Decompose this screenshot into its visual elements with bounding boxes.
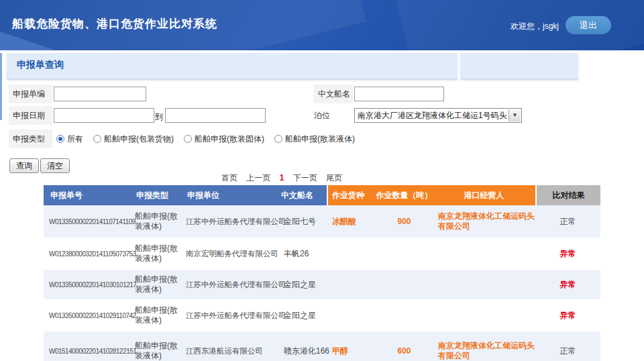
declaration-type-cell: 船舶申报(散装液体) <box>135 211 180 231</box>
date-label: 申报日期 <box>9 106 52 125</box>
pager-current-page: 1 <box>280 173 284 183</box>
radio-label: 船舶申报(散装固体) <box>195 134 264 145</box>
quantity-cell: 900 <box>397 217 411 227</box>
radio-type-packaged-goods[interactable]: 船舶申报(包装货物) <box>93 134 174 145</box>
col-cargo-type: 作业货种 <box>327 185 376 205</box>
result-cell: 异常 <box>560 249 576 259</box>
declaration-no-cell: W013350000220141030101217 <box>49 280 136 290</box>
pager-next[interactable]: 下一页 <box>293 173 317 183</box>
dropdown-arrow-icon[interactable]: ▼ <box>508 109 521 121</box>
query-button[interactable]: 查询 <box>9 158 39 173</box>
clear-button[interactable]: 清空 <box>40 158 70 173</box>
welcome-text: 欢迎您，jsgkj <box>511 21 559 32</box>
ship-name-cell: 金阳之星 <box>284 311 316 321</box>
ship-name-cell: 丰帆26 <box>284 249 309 259</box>
berth-label: 泊位 <box>314 106 330 125</box>
operator-cell: 南京龙翔液体化工储运码头有限公司 <box>438 341 535 361</box>
declaration-type-cell: 船舶申报(散装液体) <box>135 244 180 264</box>
agent-cell: 南京宏明船务代理有限公司 <box>186 249 278 259</box>
berth-select[interactable]: 南京港大厂港区龙翔液体化工储运1号码头 ▼ <box>354 108 522 123</box>
radio-icon <box>274 135 282 143</box>
left-accent-bar <box>0 53 2 120</box>
table-row: W013350000220141107141109 船舶申报(散装液体) 江苏中… <box>44 205 600 239</box>
pagination-top: 首页 上一页 1 下一页 尾页 <box>0 172 564 184</box>
table-row: W012380000320141105073753 船舶申报(散装液体) 南京宏… <box>44 239 600 270</box>
declaration-no-label: 申报单编号 <box>9 85 52 103</box>
col-declaration-type: 申报类型 <box>129 185 180 205</box>
cargo-cell: 甲醇 <box>332 346 348 356</box>
declaration-type-radio-group: 所有 船舶申报(包装货物) 船舶申报(散装固体) 船舶申报(散装液体) <box>56 130 355 148</box>
agent-cell: 江西东港航运有限公司 <box>186 346 263 356</box>
app-title: 船载危险货物、港口危货作业比对系统 <box>12 16 217 32</box>
declaration-type-label: 申报类型 <box>9 130 52 148</box>
date-to-input[interactable] <box>165 108 266 123</box>
radio-type-bulk-solid[interactable]: 船舶申报(散装固体) <box>184 134 264 145</box>
declaration-type-cell: 船舶申报(散装液体) <box>135 274 180 295</box>
result-cell: 异常 <box>560 311 576 321</box>
result-cell: 正常 <box>560 346 576 356</box>
declaration-type-cell: 船舶申报(散装液体) <box>135 305 180 325</box>
col-quantity: 作业数量（吨） <box>376 185 433 205</box>
declaration-no-cell: W013350000220141029110742 <box>49 311 136 321</box>
date-from-input[interactable] <box>54 108 154 123</box>
berth-select-value: 南京港大厂港区龙翔液体化工储运1号码头 <box>355 111 507 120</box>
quantity-cell: 600 <box>397 346 411 356</box>
result-cell: 异常 <box>560 280 576 290</box>
table-row: W013350000220141030101217 船舶申报(散装液体) 江苏中… <box>44 270 600 301</box>
page-title: 申报单查询 <box>17 59 64 71</box>
tab-bar-spacer <box>460 53 578 79</box>
col-declaration-unit: 申报单位 <box>180 185 278 205</box>
declaration-no-cell: W013350000220141107141109 <box>49 217 136 227</box>
declaration-no-cell: W015140000220141028122151 <box>49 346 136 356</box>
tab-declaration-query[interactable]: 申报单查询 <box>7 53 458 79</box>
operator-cell: 南京龙翔液体化工储运码头有限公司 <box>438 211 535 231</box>
pager-first[interactable]: 首页 <box>221 173 237 183</box>
ship-name-cell: 金阳七号 <box>284 217 316 227</box>
ship-name-cell: 赣东港化166 <box>284 346 329 356</box>
col-ship-name: 中文船名 <box>278 185 327 205</box>
ship-name-cell: 金阳之星 <box>284 280 316 290</box>
result-cell: 正常 <box>560 217 576 227</box>
date-to-label: 到 <box>155 111 163 123</box>
radio-type-bulk-liquid[interactable]: 船舶申报(散装液体) <box>274 134 355 145</box>
pager-last[interactable]: 尾页 <box>326 173 342 183</box>
pager-prev[interactable]: 上一页 <box>246 173 270 183</box>
radio-icon <box>93 135 101 143</box>
col-declaration-no: 申报单号 <box>44 185 129 205</box>
table-row: W015140000220141028122151 船舶申报(散装液体) 江西东… <box>44 331 600 361</box>
cargo-cell: 冰醋酸 <box>332 217 356 227</box>
ship-name-label: 中文船名 <box>314 85 353 103</box>
col-compare-result: 比对结果 <box>535 185 600 205</box>
agent-cell: 江苏中外运船务代理有限公司 <box>186 217 286 227</box>
radio-label: 所有 <box>67 134 83 145</box>
radio-icon <box>184 135 192 143</box>
table-row: W013350000220141029110742 船舶申报(散装液体) 江苏中… <box>44 301 600 331</box>
radio-type-all[interactable]: 所有 <box>56 134 83 145</box>
col-port-operator: 港口经营人 <box>433 185 535 205</box>
results-table: 申报单号 申报类型 申报单位 中文船名 作业货种 作业数量（吨） 港口经营人 比… <box>44 185 600 361</box>
radio-label: 船舶申报(包装货物) <box>104 134 174 145</box>
declaration-type-cell: 船舶申报(散装液体) <box>135 341 180 361</box>
declaration-no-input[interactable] <box>54 87 146 101</box>
header-decor-triangle <box>0 32 64 50</box>
declaration-no-cell: W012380000320141105073753 <box>49 249 136 259</box>
agent-cell: 江苏中外运船务代理有限公司 <box>186 280 286 290</box>
agent-cell: 江苏中外运船务代理有限公司 <box>186 311 286 321</box>
radio-checked-icon <box>56 135 64 143</box>
logout-button[interactable]: 退出 <box>566 16 611 34</box>
ship-name-input[interactable] <box>354 87 444 101</box>
app-header: 船载危险货物、港口危货作业比对系统 欢迎您，jsgkj 退出 <box>0 0 644 50</box>
table-header-row: 申报单号 申报类型 申报单位 中文船名 作业货种 作业数量（吨） 港口经营人 比… <box>44 185 600 205</box>
radio-label: 船舶申报(散装液体) <box>285 134 355 145</box>
